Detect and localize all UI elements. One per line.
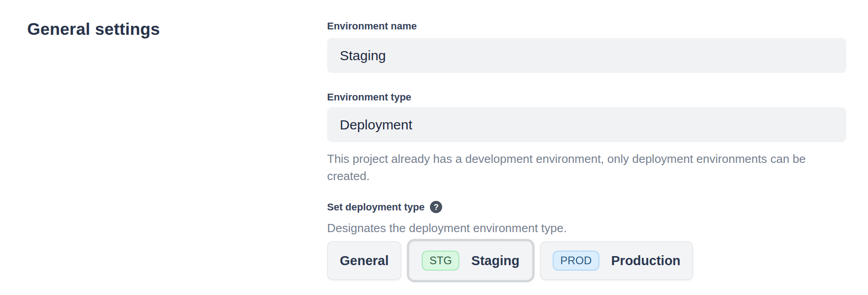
environment-type-label: Environment type xyxy=(327,91,846,103)
settings-page: General settings Environment name Enviro… xyxy=(0,0,868,280)
deployment-type-description: Designates the deployment environment ty… xyxy=(327,220,846,236)
deployment-type-option-staging[interactable]: STG Staging xyxy=(409,241,532,280)
deployment-type-label-row: Set deployment type ? xyxy=(327,201,846,213)
deployment-type-option-group: General STG Staging PROD Production xyxy=(327,241,846,280)
environment-name-label: Environment name xyxy=(327,20,846,32)
deployment-type-option-general[interactable]: General xyxy=(327,241,401,280)
environment-type-help-text: This project already has a development e… xyxy=(327,150,846,185)
deployment-type-label: Set deployment type xyxy=(327,201,424,213)
help-text-line: created. xyxy=(327,167,846,185)
environment-type-input[interactable] xyxy=(327,107,846,142)
question-mark-help-icon[interactable]: ? xyxy=(430,201,442,213)
option-label: Production xyxy=(611,253,680,268)
option-label: General xyxy=(340,253,389,268)
environment-settings-form: Environment name Environment type This p… xyxy=(327,20,846,280)
deployment-type-option-production[interactable]: PROD Production xyxy=(540,241,693,280)
option-label: Staging xyxy=(471,253,519,268)
section-heading-column: General settings xyxy=(27,20,327,280)
stg-badge: STG xyxy=(422,251,459,271)
prod-badge: PROD xyxy=(553,251,599,271)
help-text-line: This project already has a development e… xyxy=(327,150,846,167)
environment-name-input[interactable] xyxy=(327,38,846,73)
page-title: General settings xyxy=(27,20,327,39)
